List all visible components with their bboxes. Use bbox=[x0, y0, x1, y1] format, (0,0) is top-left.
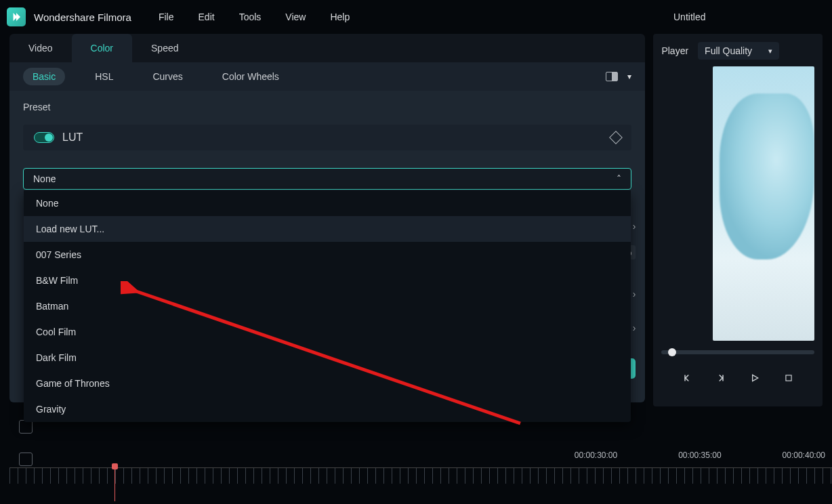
row-expander-icon[interactable]: › bbox=[633, 289, 636, 299]
lut-option-load[interactable]: Load new LUT... bbox=[24, 216, 631, 242]
lut-option-batman[interactable]: Batman bbox=[24, 293, 631, 319]
next-frame-button[interactable] bbox=[713, 371, 728, 385]
inspector-panel: Video Color Speed Basic HSL Curves Color… bbox=[9, 34, 645, 406]
title-bar: Wondershare Filmora File Edit Tools View… bbox=[0, 0, 832, 34]
color-sub-tabs: Basic HSL Curves Color Wheels bbox=[23, 68, 289, 85]
preset-label: Preset bbox=[23, 102, 631, 112]
playhead[interactable] bbox=[115, 467, 115, 501]
lut-toggle[interactable] bbox=[34, 132, 54, 143]
lut-selected-value: None bbox=[33, 173, 56, 184]
lut-select[interactable]: None ˄ None Load new LUT... 007 Series B… bbox=[23, 168, 631, 190]
timecode-marker: 00:00:30:00 bbox=[575, 450, 617, 460]
compare-view-icon[interactable] bbox=[606, 72, 618, 81]
main-tabs: Video Color Speed bbox=[9, 34, 645, 62]
menu-view[interactable]: View bbox=[285, 12, 306, 22]
chevron-down-icon: ▾ bbox=[768, 47, 772, 56]
sub-tab-wheels[interactable]: Color Wheels bbox=[213, 68, 289, 85]
lut-option-none[interactable]: None bbox=[24, 190, 631, 216]
tab-speed[interactable]: Speed bbox=[132, 34, 197, 62]
menu-help[interactable]: Help bbox=[330, 12, 350, 22]
sub-tab-basic[interactable]: Basic bbox=[23, 68, 65, 85]
lut-dropdown: None Load new LUT... 007 Series B&W Film… bbox=[24, 190, 631, 422]
quality-value: Full Quality bbox=[705, 45, 752, 56]
lut-header-row: LUT bbox=[23, 125, 631, 150]
lut-label: LUT bbox=[62, 131, 83, 144]
row-expander-icon[interactable]: › bbox=[633, 322, 636, 333]
menu-tools[interactable]: Tools bbox=[239, 12, 262, 22]
menu-edit[interactable]: Edit bbox=[199, 12, 215, 22]
timeline-tool-icon[interactable] bbox=[19, 420, 33, 434]
tab-video[interactable]: Video bbox=[9, 34, 72, 62]
lut-option-dark[interactable]: Dark Film bbox=[24, 345, 631, 371]
player-label: Player bbox=[661, 45, 688, 56]
stop-button[interactable] bbox=[781, 371, 796, 385]
chevron-down-icon[interactable]: ▾ bbox=[627, 72, 631, 81]
timeline: 00:00:30:00 00:00:35:00 00:00:40:00 bbox=[9, 413, 832, 495]
app-name: Wondershare Filmora bbox=[34, 12, 131, 23]
scrub-bar[interactable] bbox=[661, 350, 814, 354]
video-preview[interactable] bbox=[713, 66, 814, 341]
timeline-tool-icon[interactable] bbox=[19, 453, 33, 466]
tab-color[interactable]: Color bbox=[72, 34, 132, 62]
svg-rect-0 bbox=[786, 375, 791, 381]
lut-option-gravity[interactable]: Gravity bbox=[24, 396, 631, 422]
lut-option-007[interactable]: 007 Series bbox=[24, 242, 631, 268]
sub-tab-curves[interactable]: Curves bbox=[143, 68, 192, 85]
keyframe-diamond-icon[interactable] bbox=[609, 131, 623, 144]
document-title: Untitled bbox=[673, 12, 705, 22]
timeline-ruler[interactable] bbox=[9, 467, 832, 484]
lut-option-bw[interactable]: B&W Film bbox=[24, 268, 631, 293]
player-panel: Player Full Quality ▾ bbox=[653, 34, 823, 406]
menu-bar: File Edit Tools View Help bbox=[159, 12, 350, 22]
timecode-marker: 00:00:40:00 bbox=[783, 450, 825, 460]
sub-tab-hsl[interactable]: HSL bbox=[85, 68, 123, 85]
menu-file[interactable]: File bbox=[159, 12, 174, 22]
play-button[interactable] bbox=[747, 371, 762, 385]
lut-option-got[interactable]: Game of Thrones bbox=[24, 371, 631, 396]
chevron-up-icon: ˄ bbox=[617, 173, 621, 184]
timecode-marker: 00:00:35:00 bbox=[678, 450, 721, 460]
lut-option-cool[interactable]: Cool Film bbox=[24, 319, 631, 345]
prev-frame-button[interactable] bbox=[680, 371, 694, 385]
row-expander-icon[interactable]: › bbox=[633, 221, 636, 232]
scrub-handle[interactable] bbox=[668, 348, 676, 356]
quality-select[interactable]: Full Quality ▾ bbox=[698, 42, 779, 60]
app-logo bbox=[7, 7, 26, 26]
transport-controls bbox=[661, 371, 814, 385]
